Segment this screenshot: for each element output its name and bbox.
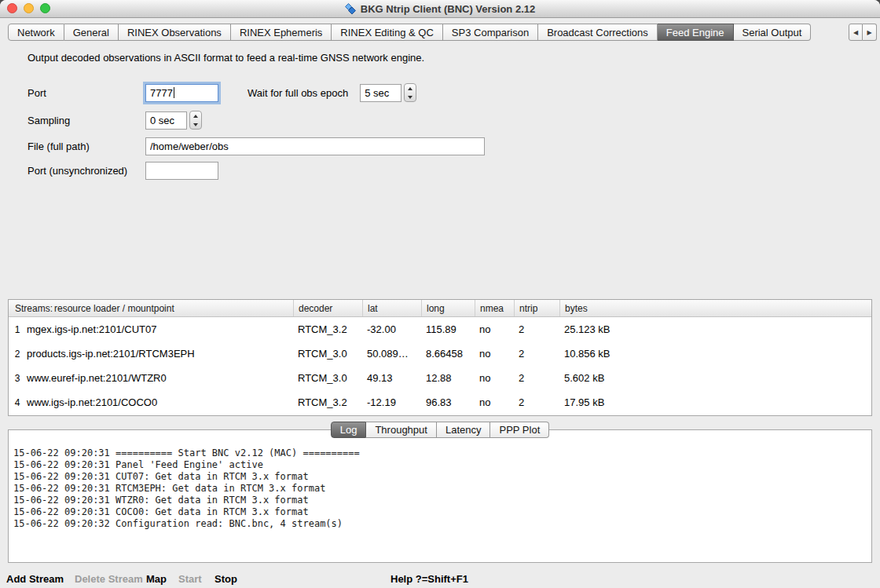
bnc-window: BKG Ntrip Client (BNC) Version 2.12 Netw… — [0, 0, 880, 588]
file-path-input[interactable] — [145, 137, 485, 155]
log-line: 15-06-22 09:20:31 ========== Start BNC v… — [13, 447, 867, 459]
stream-long: 115.89 — [421, 323, 475, 335]
stream-nmea: no — [475, 323, 514, 335]
stream-mountpoint: mgex.igs-ip.net:2101/CUT07 — [26, 323, 293, 335]
down-arrow-icon — [193, 123, 198, 126]
wait-epoch-step-up-button[interactable] — [405, 84, 416, 93]
window-title-text: BKG Ntrip Client (BNC) Version 2.12 — [361, 3, 535, 15]
column-header-mountpoint[interactable]: resource loader / mountpoint — [48, 300, 293, 316]
stream-ntrip: 2 — [514, 348, 559, 360]
stream-row[interactable]: 2 products.igs-ip.net:2101/RTCM3EPH RTCM… — [9, 341, 871, 366]
port-unsynchronized-label: Port (unsynchronized) — [28, 165, 145, 177]
sampling-spinbox[interactable]: 0 sec — [145, 111, 187, 130]
column-header-ntrip[interactable]: ntrip — [514, 300, 559, 316]
port-input[interactable]: 7777 — [145, 84, 218, 102]
sampling-step-down-button[interactable] — [190, 120, 201, 129]
row-number: 2 — [9, 349, 26, 360]
stream-long: 8.66458 — [421, 348, 475, 360]
streams-corner-label: Streams: — [9, 300, 48, 316]
tab-feed-engine[interactable]: Feed Engine — [658, 24, 734, 41]
tab-ppp-plot[interactable]: PPP Plot — [490, 422, 549, 438]
window-controls — [7, 3, 50, 13]
stream-lat: -32.00 — [362, 323, 421, 335]
down-arrow-icon — [408, 96, 412, 99]
stream-lat: 50.089… — [362, 348, 421, 360]
stream-decoder: RTCM_3.0 — [293, 372, 362, 384]
up-arrow-icon — [193, 115, 198, 118]
tab-scroll-left-button[interactable]: ◀ — [849, 24, 863, 41]
stream-ntrip: 2 — [514, 372, 559, 384]
tab-rinex-editing-qc[interactable]: RINEX Editing & QC — [332, 24, 443, 41]
tab-broadcast-corrections[interactable]: Broadcast Corrections — [538, 24, 658, 41]
stream-row[interactable]: 3 www.euref-ip.net:2101/WTZR0 RTCM_3.0 4… — [9, 366, 871, 390]
stream-mountpoint: www.igs-ip.net:2101/COCO0 — [26, 396, 293, 408]
streams-table-header: Streams: resource loader / mountpoint de… — [9, 300, 871, 317]
stream-nmea: no — [475, 348, 514, 360]
port-unsynchronized-input[interactable] — [145, 162, 218, 180]
stream-decoder: RTCM_3.2 — [293, 323, 362, 335]
row-number: 4 — [9, 397, 26, 408]
column-header-bytes[interactable]: bytes — [559, 300, 871, 316]
stop-button[interactable]: Stop — [214, 573, 237, 585]
close-button[interactable] — [7, 3, 17, 13]
tab-log[interactable]: Log — [331, 422, 367, 438]
wait-epoch-stepper — [404, 83, 416, 102]
zoom-button[interactable] — [40, 3, 50, 13]
tab-scroll-right-button[interactable]: ▶ — [863, 24, 877, 41]
map-button[interactable]: Map — [146, 573, 167, 585]
stream-bytes: 25.123 kB — [559, 323, 871, 335]
stream-nmea: no — [475, 396, 514, 408]
log-line: 15-06-22 09:20:32 Configuration read: BN… — [13, 518, 867, 530]
port-label: Port — [28, 87, 145, 99]
title-bar: BKG Ntrip Client (BNC) Version 2.12 — [0, 0, 880, 18]
sampling-step-up-button[interactable] — [190, 111, 201, 120]
stream-mountpoint: www.euref-ip.net:2101/WTZR0 — [26, 372, 293, 384]
stream-bytes: 17.95 kB — [559, 396, 871, 408]
stream-lat: -12.19 — [362, 396, 421, 408]
log-line: 15-06-22 09:20:31 WTZR0: Get data in RTC… — [13, 495, 867, 506]
column-header-long[interactable]: long — [421, 300, 475, 316]
wait-epoch-spinbox[interactable]: 5 sec — [360, 84, 402, 102]
tab-rinex-observations[interactable]: RINEX Observations — [119, 24, 231, 41]
app-icon — [345, 3, 356, 14]
delete-stream-button[interactable]: Delete Stream — [75, 573, 143, 585]
right-arrow-icon: ▶ — [867, 29, 871, 36]
tab-throughput[interactable]: Throughput — [366, 422, 437, 438]
main-tab-bar: Network General RINEX Observations RINEX… — [8, 24, 877, 41]
stream-row[interactable]: 1 mgex.igs-ip.net:2101/CUT07 RTCM_3.2 -3… — [9, 317, 871, 341]
stream-long: 12.88 — [421, 372, 475, 384]
add-stream-button[interactable]: Add Stream — [6, 573, 64, 585]
stream-mountpoint: products.igs-ip.net:2101/RTCM3EPH — [26, 348, 293, 360]
help-shortcut-label: Help ?=Shift+F1 — [390, 573, 468, 585]
start-button[interactable]: Start — [178, 573, 202, 585]
log-line: 15-06-22 09:20:31 COCO0: Get data in RTC… — [13, 506, 867, 518]
log-line: 15-06-22 09:20:31 RTCM3EPH: Get data in … — [13, 483, 867, 495]
tab-network[interactable]: Network — [8, 24, 64, 41]
tab-sp3-comparison[interactable]: SP3 Comparison — [443, 24, 538, 41]
stream-row[interactable]: 4 www.igs-ip.net:2101/COCO0 RTCM_3.2 -12… — [9, 390, 871, 415]
tab-latency[interactable]: Latency — [437, 422, 491, 438]
sampling-value: 0 sec — [150, 115, 174, 126]
row-number: 3 — [9, 373, 26, 384]
stream-decoder: RTCM_3.0 — [293, 348, 362, 360]
stream-bytes: 10.856 kB — [559, 348, 871, 360]
streams-table: Streams: resource loader / mountpoint de… — [8, 299, 872, 416]
log-line: 15-06-22 09:20:31 Panel 'Feed Engine' ac… — [13, 459, 867, 471]
sampling-stepper — [189, 111, 202, 130]
tab-rinex-ephemeris[interactable]: RINEX Ephemeris — [231, 24, 332, 41]
column-header-decoder[interactable]: decoder — [293, 300, 362, 316]
wait-epoch-label: Wait for full obs epoch — [248, 87, 348, 99]
column-header-nmea[interactable]: nmea — [475, 300, 514, 316]
stream-long: 96.83 — [421, 396, 475, 408]
log-panel[interactable]: 15-06-22 09:20:31 ========== Start BNC v… — [8, 429, 872, 563]
wait-epoch-value: 5 sec — [365, 87, 389, 99]
log-tab-bar: Log Throughput Latency PPP Plot — [0, 422, 880, 438]
column-header-lat[interactable]: lat — [362, 300, 421, 316]
tab-serial-output[interactable]: Serial Output — [734, 24, 812, 41]
log-line: 15-06-22 09:20:31 CUT07: Get data in RTC… — [13, 471, 867, 483]
minimize-button[interactable] — [24, 3, 34, 13]
wait-epoch-step-down-button[interactable] — [405, 93, 416, 101]
file-path-label: File (full path) — [28, 141, 145, 152]
stream-ntrip: 2 — [514, 323, 559, 335]
tab-general[interactable]: General — [64, 24, 119, 41]
